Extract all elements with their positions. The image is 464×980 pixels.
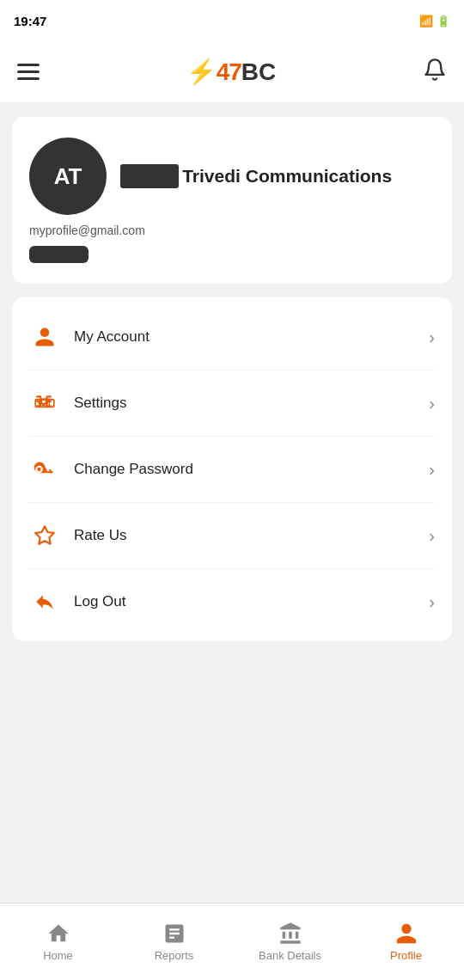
menu-label-settings: Settings — [74, 395, 429, 412]
menu-item-settings[interactable]: Settings › — [29, 371, 435, 437]
menu-item-log-out[interactable]: Log Out › — [29, 569, 435, 634]
nav-label-bank-details: Bank Details — [259, 949, 321, 962]
profile-phone-blur: •••••••••• — [29, 246, 89, 263]
nav-label-profile: Profile — [390, 949, 422, 962]
chevron-right-icon: › — [429, 394, 435, 413]
menu-item-change-password[interactable]: Change Password › — [29, 437, 435, 503]
avatar: AT — [29, 138, 107, 215]
menu-card: My Account › Settings › Change Password — [12, 297, 452, 641]
user-icon — [29, 322, 60, 352]
nav-item-reports[interactable]: Reports — [116, 915, 232, 969]
chevron-right-icon: › — [429, 328, 435, 347]
menu-item-rate-us[interactable]: Rate Us › — [29, 503, 435, 569]
logo-prefix: 47 — [217, 58, 241, 86]
nav-item-home[interactable]: Home — [0, 915, 116, 969]
menu-label-my-account: My Account — [74, 328, 429, 346]
profile-top: AT AdityaTrivedi Communications — [29, 138, 435, 215]
logout-icon — [29, 586, 60, 617]
profile-name: AdityaTrivedi Communications — [120, 164, 392, 187]
nav-item-bank-details[interactable]: Bank Details — [232, 915, 348, 969]
chevron-right-icon: › — [429, 460, 435, 480]
chevron-right-icon: › — [429, 526, 435, 546]
profile-card: AT AdityaTrivedi Communications myprofil… — [12, 117, 452, 284]
star-icon — [29, 520, 60, 551]
wifi-icon: 🔋 — [437, 15, 450, 28]
logo: ⚡ 47 BC — [186, 58, 277, 86]
nav-label-home: Home — [43, 949, 73, 962]
status-time: 19:47 — [14, 14, 46, 28]
profile-info: AdityaTrivedi Communications — [120, 164, 392, 187]
logo-bolt-icon: ⚡ — [186, 58, 217, 86]
app-header: ⚡ 47 BC — [0, 41, 464, 103]
profile-phone: •••••••••• — [29, 246, 435, 263]
menu-label-change-password: Change Password — [74, 461, 429, 478]
menu-item-my-account[interactable]: My Account › — [29, 304, 435, 371]
logo-suffix: BC — [241, 58, 276, 86]
nav-item-profile[interactable]: Profile — [348, 915, 464, 969]
signal-icon: 📶 — [419, 15, 433, 28]
key-icon — [29, 454, 60, 485]
profile-first-name-blur: Aditya — [120, 164, 179, 187]
chevron-right-icon: › — [429, 592, 435, 612]
status-icons: 📶 🔋 — [419, 15, 450, 28]
settings-icon — [29, 388, 60, 419]
profile-email: myprofile@gmail.com — [29, 224, 435, 237]
notification-button[interactable] — [423, 58, 447, 87]
status-bar: 19:47 📶 🔋 — [0, 0, 464, 41]
menu-label-rate-us: Rate Us — [74, 527, 429, 544]
menu-label-log-out: Log Out — [74, 593, 429, 610]
hamburger-button[interactable] — [17, 64, 40, 80]
bottom-nav: Home Reports Bank Details Profile — [0, 903, 464, 980]
nav-label-reports: Reports — [155, 949, 194, 962]
